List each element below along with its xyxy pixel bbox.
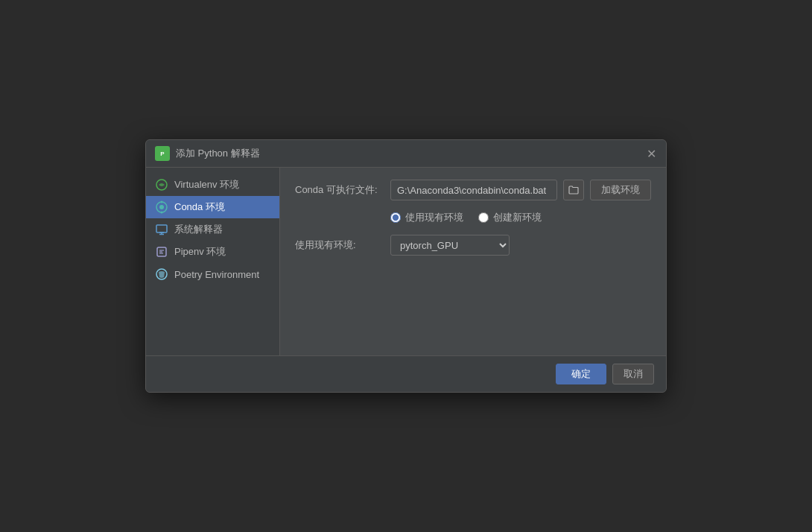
sidebar-item-poetry[interactable]: Poetry Environment bbox=[146, 263, 279, 285]
radio-row: 使用现有环境 创建新环境 bbox=[390, 211, 651, 224]
create-new-label: 创建新环境 bbox=[493, 211, 542, 224]
use-existing-label: 使用现有环境 bbox=[405, 211, 463, 224]
sidebar-label-virtualenv: Virtualenv 环境 bbox=[174, 178, 239, 191]
existing-env-label: 使用现有环境: bbox=[295, 238, 384, 252]
title-bar: P 添加 Python 解释器 ✕ bbox=[146, 140, 666, 168]
create-new-radio[interactable] bbox=[478, 212, 489, 223]
sidebar-label-pipenv: Pipenv 环境 bbox=[174, 245, 226, 259]
sidebar-item-system[interactable]: 系统解释器 bbox=[146, 218, 279, 241]
svg-point-5 bbox=[161, 201, 163, 203]
existing-env-select[interactable]: pytorch_GPU base tf2 py38 bbox=[390, 235, 510, 256]
add-interpreter-dialog: P 添加 Python 解释器 ✕ Virtualenv 环境 bbox=[145, 139, 667, 393]
virtualenv-icon bbox=[155, 178, 168, 191]
use-existing-radio-label[interactable]: 使用现有环境 bbox=[390, 211, 463, 224]
app-icon: P bbox=[155, 146, 170, 161]
conda-exe-label: Conda 可执行文件: bbox=[295, 183, 384, 197]
env-select-row: 使用现有环境: pytorch_GPU base tf2 py38 bbox=[295, 235, 651, 256]
pipenv-icon bbox=[155, 245, 168, 259]
sidebar-item-pipenv[interactable]: Pipenv 环境 bbox=[146, 241, 279, 263]
ok-button[interactable]: 确定 bbox=[556, 364, 606, 384]
sidebar-item-virtualenv[interactable]: Virtualenv 环境 bbox=[146, 174, 279, 196]
dialog-body: Virtualenv 环境 Conda 环境 bbox=[146, 168, 666, 355]
cancel-button[interactable]: 取消 bbox=[612, 364, 654, 384]
conda-icon bbox=[155, 200, 168, 214]
sidebar: Virtualenv 环境 Conda 环境 bbox=[146, 168, 280, 355]
poetry-icon bbox=[155, 267, 168, 281]
use-existing-radio[interactable] bbox=[390, 212, 401, 223]
sidebar-item-conda[interactable]: Conda 环境 bbox=[146, 196, 279, 218]
system-icon bbox=[155, 223, 168, 236]
folder-button[interactable] bbox=[563, 180, 584, 200]
conda-exe-input[interactable] bbox=[390, 180, 557, 200]
sidebar-label-poetry: Poetry Environment bbox=[174, 269, 259, 280]
load-env-button[interactable]: 加载环境 bbox=[590, 180, 651, 200]
dialog-title: 添加 Python 解释器 bbox=[176, 147, 260, 160]
svg-rect-7 bbox=[156, 225, 167, 232]
main-content: Conda 可执行文件: 加载环境 使用现有环境 创建新环境 bbox=[280, 168, 666, 355]
svg-point-6 bbox=[161, 212, 163, 214]
create-new-radio-label[interactable]: 创建新环境 bbox=[478, 211, 542, 224]
svg-point-4 bbox=[159, 205, 164, 209]
conda-exe-row: Conda 可执行文件: 加载环境 bbox=[295, 180, 651, 200]
svg-text:P: P bbox=[160, 151, 165, 157]
close-button[interactable]: ✕ bbox=[645, 148, 657, 159]
sidebar-label-conda: Conda 环境 bbox=[174, 200, 225, 214]
sidebar-label-system: 系统解释器 bbox=[174, 223, 223, 236]
title-bar-left: P 添加 Python 解释器 bbox=[155, 146, 260, 161]
dialog-footer: 确定 取消 bbox=[146, 355, 666, 392]
folder-icon bbox=[568, 185, 579, 195]
